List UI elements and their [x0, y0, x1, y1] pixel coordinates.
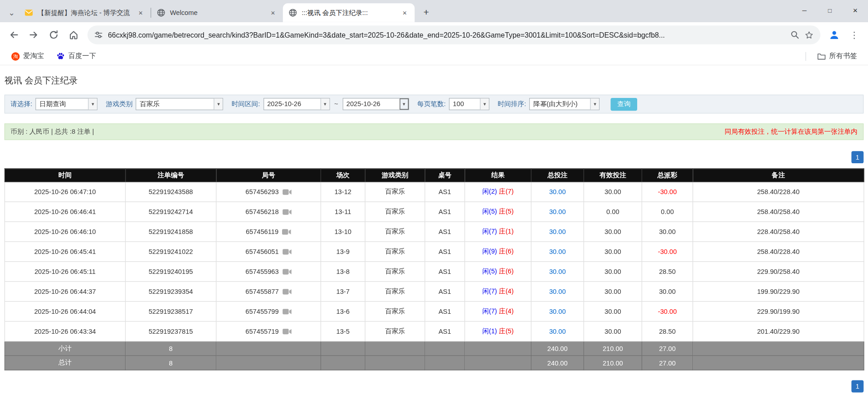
total-payout: 27.00 [642, 356, 692, 370]
video-replay-icon[interactable] [282, 248, 292, 255]
baidu-icon [56, 52, 65, 61]
total-bet-link[interactable]: 30.00 [549, 287, 566, 295]
cell-table-no: AS1 [425, 262, 465, 282]
search-button[interactable]: 查询 [611, 97, 638, 110]
page-1-button[interactable]: 1 [851, 380, 863, 393]
chevron-down-icon[interactable]: ▾ [590, 98, 600, 109]
game-type-label: 游戏类别 [106, 99, 133, 109]
home-button[interactable] [64, 25, 83, 44]
cell-valid-bet: 30.00 [584, 242, 642, 262]
date-start-select[interactable]: 2025-10-26 ▾ [263, 98, 330, 110]
cell-total-bet: 30.00 [531, 302, 584, 321]
cell-total-bet: 30.00 [531, 262, 584, 282]
date-start-value: 2025-10-26 [264, 100, 321, 108]
cell-total-bet: 30.00 [531, 202, 584, 222]
cell-bet-id: 522919241022 [125, 242, 216, 262]
total-bet-link[interactable]: 30.00 [549, 327, 566, 335]
cell-total-bet: 30.00 [531, 222, 584, 242]
bet-row: 2025-10-26 06:47:10522919243588657456293… [5, 182, 864, 202]
browser-window: ⌄ 【新提醒】海燕论坛 - 博学交流 ✕ Welcome ✕ :::视讯 会员下… [0, 0, 868, 414]
menu-icon[interactable]: ⋮ [845, 25, 864, 44]
sort-select[interactable]: 降幂(由大到小) ▾ [529, 98, 600, 110]
cell-time: 2025-10-26 06:45:11 [5, 262, 125, 282]
query-type-select[interactable]: 日期查询 ▾ [36, 98, 98, 110]
all-bookmarks[interactable]: 所有书签 [813, 49, 861, 63]
forward-button[interactable] [24, 25, 44, 44]
per-page-select[interactable]: 100 ▾ [449, 98, 489, 110]
url-text[interactable]: 66cxkj98.com/game/betrecord_search/kind3… [108, 31, 785, 39]
close-icon[interactable]: ✕ [268, 8, 278, 17]
total-bet-link[interactable]: 30.00 [549, 208, 566, 215]
cell-round-id: 657456218 [216, 202, 321, 222]
address-bar[interactable]: 66cxkj98.com/game/betrecord_search/kind3… [88, 25, 820, 44]
video-replay-icon[interactable] [282, 288, 292, 295]
minimize-button[interactable]: ─ [792, 0, 817, 21]
video-replay-icon[interactable] [282, 229, 291, 235]
date-end-select[interactable]: 2025-10-26 ▾ [342, 98, 409, 110]
cell-payout: -30.00 [642, 182, 692, 202]
pagination-bottom: 1 [5, 380, 864, 393]
sort-value: 降幂(由大到小) [530, 99, 590, 109]
site-info-icon[interactable] [94, 30, 103, 39]
bookmark-label: 爱淘宝 [23, 52, 44, 61]
cell-session: 13-10 [321, 222, 365, 242]
tab-title: :::视讯 会员下注纪录::: [302, 8, 396, 18]
svg-text:淘: 淘 [13, 54, 18, 59]
cell-session: 13-9 [321, 242, 365, 262]
profile-avatar[interactable] [825, 25, 844, 44]
total-valid-bet: 210.00 [584, 356, 642, 370]
back-button[interactable] [5, 25, 24, 44]
game-type-select[interactable]: 百家乐 ▾ [136, 98, 223, 110]
close-button[interactable]: ✕ [843, 0, 868, 21]
chevron-down-icon[interactable]: ▾ [214, 98, 223, 109]
cell-note: 229.90/199.90 [693, 302, 864, 321]
table-header-row: 时间 注单编号 局号 场次 游戏类别 桌号 结果 总投注 有效投注 总派彩 备注 [5, 169, 864, 182]
maximize-button[interactable]: □ [817, 0, 843, 21]
video-replay-icon[interactable] [282, 189, 292, 195]
video-replay-icon[interactable] [282, 308, 292, 315]
cell-round-id: 657456051 [216, 242, 321, 262]
col-note: 备注 [693, 169, 864, 182]
cell-bet-id: 522919239354 [125, 282, 216, 302]
col-table-no: 桌号 [425, 169, 465, 182]
tab-search-chevron-icon[interactable]: ⌄ [5, 3, 19, 22]
tab-welcome[interactable]: Welcome ✕ [151, 3, 283, 22]
bookmark-star-icon[interactable] [805, 30, 814, 40]
cell-time: 2025-10-26 06:44:37 [5, 282, 125, 302]
tab-betrecord[interactable]: :::视讯 会员下注纪录::: ✕ [283, 3, 415, 22]
cell-note: 258.40/228.40 [693, 182, 864, 202]
video-replay-icon[interactable] [282, 328, 292, 335]
total-bet-link[interactable]: 30.00 [549, 248, 566, 255]
total-bet-link[interactable]: 30.00 [549, 268, 566, 275]
chevron-down-icon[interactable]: ▾ [400, 98, 409, 109]
total-bet-link[interactable]: 30.00 [549, 307, 566, 315]
chevron-down-icon[interactable]: ▾ [88, 98, 98, 109]
close-icon[interactable]: ✕ [136, 8, 145, 17]
col-result: 结果 [465, 169, 531, 182]
bookmark-taobao[interactable]: 淘 爱淘宝 [7, 49, 49, 63]
video-replay-icon[interactable] [282, 209, 292, 215]
tab-forum[interactable]: 【新提醒】海燕论坛 - 博学交流 ✕ [19, 3, 151, 22]
cell-time: 2025-10-26 06:47:10 [5, 182, 125, 202]
col-payout: 总派彩 [642, 169, 692, 182]
video-replay-icon[interactable] [282, 268, 292, 275]
cell-valid-bet: 30.00 [584, 282, 642, 302]
chevron-down-icon[interactable]: ▾ [480, 98, 489, 109]
close-icon[interactable]: ✕ [400, 8, 410, 17]
refresh-button[interactable] [44, 25, 63, 44]
new-tab-button[interactable]: + [419, 5, 434, 20]
subtotal-valid-bet: 210.00 [584, 341, 642, 356]
zoom-icon[interactable] [790, 30, 800, 39]
per-page-value: 100 [449, 100, 480, 108]
total-bet-link[interactable]: 30.00 [549, 188, 566, 195]
cell-payout: 28.50 [642, 321, 692, 341]
page-1-button[interactable]: 1 [851, 151, 863, 163]
bet-table-body: 2025-10-26 06:47:10522919243588657456293… [5, 182, 864, 341]
bookmark-baidu[interactable]: 百度一下 [52, 49, 100, 63]
cell-total-bet: 30.00 [531, 282, 584, 302]
cell-game-type: 百家乐 [365, 282, 425, 302]
sort-label: 时间排序: [497, 99, 526, 109]
cell-valid-bet: 30.00 [584, 222, 642, 242]
chevron-down-icon[interactable]: ▾ [320, 98, 329, 109]
total-bet-link[interactable]: 30.00 [549, 228, 566, 235]
